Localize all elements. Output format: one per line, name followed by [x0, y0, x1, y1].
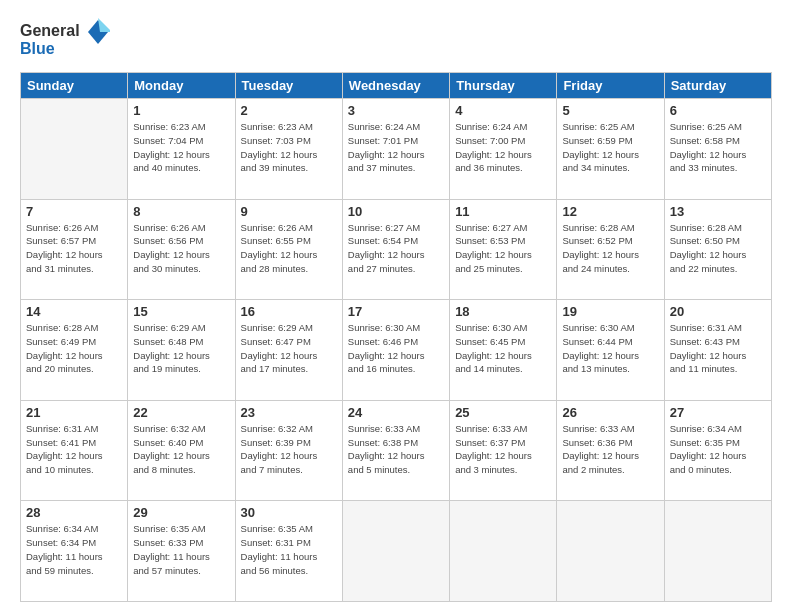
calendar-cell: 15Sunrise: 6:29 AMSunset: 6:48 PMDayligh…	[128, 300, 235, 401]
calendar-header-row: SundayMondayTuesdayWednesdayThursdayFrid…	[21, 73, 772, 99]
day-number: 16	[241, 304, 337, 319]
day-info: Sunrise: 6:27 AMSunset: 6:53 PMDaylight:…	[455, 221, 551, 276]
day-number: 19	[562, 304, 658, 319]
calendar-cell	[450, 501, 557, 602]
day-info: Sunrise: 6:24 AMSunset: 7:00 PMDaylight:…	[455, 120, 551, 175]
day-number: 4	[455, 103, 551, 118]
day-number: 5	[562, 103, 658, 118]
calendar-cell	[557, 501, 664, 602]
day-info: Sunrise: 6:33 AMSunset: 6:37 PMDaylight:…	[455, 422, 551, 477]
calendar-cell: 12Sunrise: 6:28 AMSunset: 6:52 PMDayligh…	[557, 199, 664, 300]
day-info: Sunrise: 6:25 AMSunset: 6:59 PMDaylight:…	[562, 120, 658, 175]
day-info: Sunrise: 6:25 AMSunset: 6:58 PMDaylight:…	[670, 120, 766, 175]
day-number: 6	[670, 103, 766, 118]
day-number: 13	[670, 204, 766, 219]
calendar-cell: 4Sunrise: 6:24 AMSunset: 7:00 PMDaylight…	[450, 99, 557, 200]
day-info: Sunrise: 6:27 AMSunset: 6:54 PMDaylight:…	[348, 221, 444, 276]
day-info: Sunrise: 6:28 AMSunset: 6:49 PMDaylight:…	[26, 321, 122, 376]
day-number: 26	[562, 405, 658, 420]
calendar-cell	[21, 99, 128, 200]
day-info: Sunrise: 6:34 AMSunset: 6:34 PMDaylight:…	[26, 522, 122, 577]
day-info: Sunrise: 6:34 AMSunset: 6:35 PMDaylight:…	[670, 422, 766, 477]
svg-marker-3	[98, 18, 110, 32]
day-info: Sunrise: 6:35 AMSunset: 6:31 PMDaylight:…	[241, 522, 337, 577]
day-info: Sunrise: 6:33 AMSunset: 6:36 PMDaylight:…	[562, 422, 658, 477]
week-row-3: 14Sunrise: 6:28 AMSunset: 6:49 PMDayligh…	[21, 300, 772, 401]
calendar-cell: 21Sunrise: 6:31 AMSunset: 6:41 PMDayligh…	[21, 400, 128, 501]
calendar-cell	[342, 501, 449, 602]
calendar-cell: 3Sunrise: 6:24 AMSunset: 7:01 PMDaylight…	[342, 99, 449, 200]
day-header-thursday: Thursday	[450, 73, 557, 99]
day-number: 3	[348, 103, 444, 118]
day-info: Sunrise: 6:32 AMSunset: 6:40 PMDaylight:…	[133, 422, 229, 477]
day-number: 18	[455, 304, 551, 319]
calendar-cell: 18Sunrise: 6:30 AMSunset: 6:45 PMDayligh…	[450, 300, 557, 401]
calendar-cell: 16Sunrise: 6:29 AMSunset: 6:47 PMDayligh…	[235, 300, 342, 401]
day-number: 30	[241, 505, 337, 520]
calendar-cell: 5Sunrise: 6:25 AMSunset: 6:59 PMDaylight…	[557, 99, 664, 200]
calendar-cell: 7Sunrise: 6:26 AMSunset: 6:57 PMDaylight…	[21, 199, 128, 300]
day-header-friday: Friday	[557, 73, 664, 99]
day-info: Sunrise: 6:24 AMSunset: 7:01 PMDaylight:…	[348, 120, 444, 175]
day-number: 12	[562, 204, 658, 219]
day-header-tuesday: Tuesday	[235, 73, 342, 99]
calendar-cell: 1Sunrise: 6:23 AMSunset: 7:04 PMDaylight…	[128, 99, 235, 200]
day-info: Sunrise: 6:30 AMSunset: 6:45 PMDaylight:…	[455, 321, 551, 376]
day-number: 17	[348, 304, 444, 319]
calendar-cell: 13Sunrise: 6:28 AMSunset: 6:50 PMDayligh…	[664, 199, 771, 300]
day-number: 27	[670, 405, 766, 420]
day-number: 24	[348, 405, 444, 420]
week-row-5: 28Sunrise: 6:34 AMSunset: 6:34 PMDayligh…	[21, 501, 772, 602]
calendar-cell: 25Sunrise: 6:33 AMSunset: 6:37 PMDayligh…	[450, 400, 557, 501]
day-number: 25	[455, 405, 551, 420]
calendar-cell: 22Sunrise: 6:32 AMSunset: 6:40 PMDayligh…	[128, 400, 235, 501]
day-number: 10	[348, 204, 444, 219]
day-info: Sunrise: 6:30 AMSunset: 6:44 PMDaylight:…	[562, 321, 658, 376]
calendar-cell: 9Sunrise: 6:26 AMSunset: 6:55 PMDaylight…	[235, 199, 342, 300]
calendar-cell: 24Sunrise: 6:33 AMSunset: 6:38 PMDayligh…	[342, 400, 449, 501]
day-info: Sunrise: 6:23 AMSunset: 7:04 PMDaylight:…	[133, 120, 229, 175]
day-number: 7	[26, 204, 122, 219]
day-number: 2	[241, 103, 337, 118]
calendar-cell: 8Sunrise: 6:26 AMSunset: 6:56 PMDaylight…	[128, 199, 235, 300]
calendar-cell: 19Sunrise: 6:30 AMSunset: 6:44 PMDayligh…	[557, 300, 664, 401]
page-header: General Blue	[20, 18, 772, 62]
week-row-1: 1Sunrise: 6:23 AMSunset: 7:04 PMDaylight…	[21, 99, 772, 200]
day-info: Sunrise: 6:30 AMSunset: 6:46 PMDaylight:…	[348, 321, 444, 376]
day-info: Sunrise: 6:35 AMSunset: 6:33 PMDaylight:…	[133, 522, 229, 577]
day-info: Sunrise: 6:29 AMSunset: 6:48 PMDaylight:…	[133, 321, 229, 376]
calendar-cell	[664, 501, 771, 602]
svg-text:General: General	[20, 22, 80, 39]
calendar-cell: 23Sunrise: 6:32 AMSunset: 6:39 PMDayligh…	[235, 400, 342, 501]
logo-svg: General Blue	[20, 18, 110, 62]
day-header-monday: Monday	[128, 73, 235, 99]
calendar-cell: 10Sunrise: 6:27 AMSunset: 6:54 PMDayligh…	[342, 199, 449, 300]
day-header-wednesday: Wednesday	[342, 73, 449, 99]
calendar-cell: 30Sunrise: 6:35 AMSunset: 6:31 PMDayligh…	[235, 501, 342, 602]
day-number: 22	[133, 405, 229, 420]
day-info: Sunrise: 6:26 AMSunset: 6:55 PMDaylight:…	[241, 221, 337, 276]
week-row-2: 7Sunrise: 6:26 AMSunset: 6:57 PMDaylight…	[21, 199, 772, 300]
calendar-cell: 26Sunrise: 6:33 AMSunset: 6:36 PMDayligh…	[557, 400, 664, 501]
day-info: Sunrise: 6:26 AMSunset: 6:57 PMDaylight:…	[26, 221, 122, 276]
calendar-table: SundayMondayTuesdayWednesdayThursdayFrid…	[20, 72, 772, 602]
calendar-cell: 17Sunrise: 6:30 AMSunset: 6:46 PMDayligh…	[342, 300, 449, 401]
day-info: Sunrise: 6:32 AMSunset: 6:39 PMDaylight:…	[241, 422, 337, 477]
calendar-cell: 20Sunrise: 6:31 AMSunset: 6:43 PMDayligh…	[664, 300, 771, 401]
day-info: Sunrise: 6:23 AMSunset: 7:03 PMDaylight:…	[241, 120, 337, 175]
day-info: Sunrise: 6:26 AMSunset: 6:56 PMDaylight:…	[133, 221, 229, 276]
day-header-sunday: Sunday	[21, 73, 128, 99]
day-info: Sunrise: 6:31 AMSunset: 6:41 PMDaylight:…	[26, 422, 122, 477]
day-header-saturday: Saturday	[664, 73, 771, 99]
day-number: 8	[133, 204, 229, 219]
calendar-cell: 6Sunrise: 6:25 AMSunset: 6:58 PMDaylight…	[664, 99, 771, 200]
svg-text:Blue: Blue	[20, 40, 55, 57]
week-row-4: 21Sunrise: 6:31 AMSunset: 6:41 PMDayligh…	[21, 400, 772, 501]
day-number: 15	[133, 304, 229, 319]
day-number: 23	[241, 405, 337, 420]
day-info: Sunrise: 6:28 AMSunset: 6:52 PMDaylight:…	[562, 221, 658, 276]
day-info: Sunrise: 6:31 AMSunset: 6:43 PMDaylight:…	[670, 321, 766, 376]
day-number: 9	[241, 204, 337, 219]
calendar-cell: 28Sunrise: 6:34 AMSunset: 6:34 PMDayligh…	[21, 501, 128, 602]
calendar-cell: 11Sunrise: 6:27 AMSunset: 6:53 PMDayligh…	[450, 199, 557, 300]
